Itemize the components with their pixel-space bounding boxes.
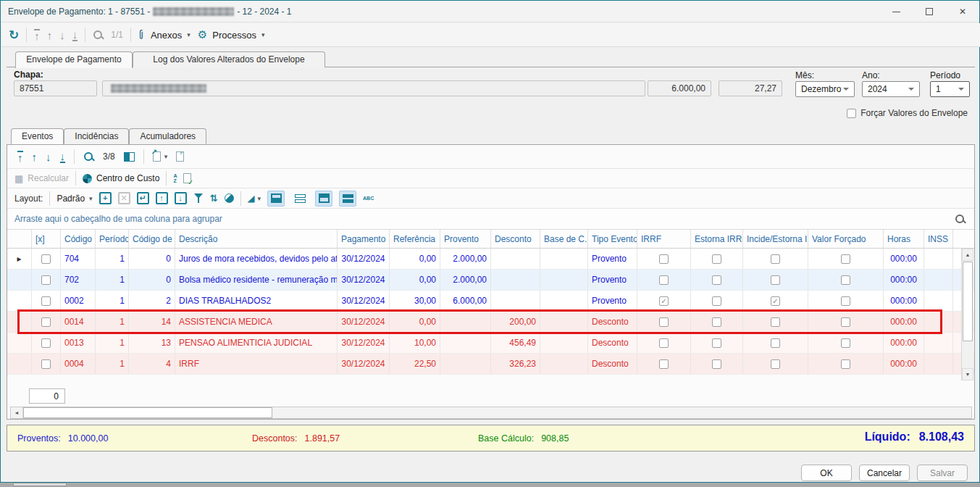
salary-field[interactable]: 6.000,00 <box>648 80 711 96</box>
employee-name-field[interactable] <box>102 80 645 96</box>
header-base_calc[interactable]: Base de C... <box>540 230 588 248</box>
view-toggle-split-outline[interactable] <box>291 191 309 207</box>
incide_estorna-checkbox[interactable] <box>771 317 780 327</box>
document-check-icon[interactable] <box>183 173 191 183</box>
close-button[interactable]: ✕ <box>946 1 979 22</box>
header-valor_forcado[interactable]: Valor Forçado <box>808 230 884 248</box>
check-checkbox[interactable] <box>41 317 51 327</box>
anexos-button[interactable]: Anexos ▾ <box>138 29 190 41</box>
incide_estorna-checkbox[interactable] <box>771 254 780 264</box>
scroll-left-button[interactable]: ◄ <box>11 407 23 418</box>
header-indicator[interactable] <box>7 230 32 248</box>
return-icon[interactable]: ↵ <box>137 192 149 204</box>
estorna_irrf-checkbox[interactable] <box>712 359 721 369</box>
processos-button[interactable]: ⚙ Processos ▾ <box>198 28 265 41</box>
irrf-checkbox[interactable] <box>659 254 669 264</box>
check-checkbox[interactable] <box>41 275 51 285</box>
valor_forcado-checkbox[interactable] <box>841 359 850 369</box>
tab-eventos[interactable]: Eventos <box>11 128 64 145</box>
group-by-bar[interactable]: Arraste aqui o cabeçalho de uma coluna p… <box>7 209 974 230</box>
header-incide_estorna[interactable]: Incide/Estorna IRRF <box>743 230 808 248</box>
table-row[interactable]: 000414IRRF30/12/202422,50326,23Desconto0… <box>7 354 974 375</box>
check-checkbox[interactable] <box>41 359 51 369</box>
tab-log-valores[interactable]: Log dos Valores Alterados do Envelope <box>133 51 325 67</box>
first-row-icon[interactable]: ↑ <box>17 151 23 163</box>
view-toggle-split-filled[interactable] <box>339 191 356 207</box>
column-chooser-icon[interactable] <box>124 152 135 162</box>
table-row[interactable]: 0013113PENSAO ALIMENTICIA JUDICIAL30/12/… <box>7 333 974 354</box>
salvar-button[interactable]: Salvar <box>917 465 968 481</box>
header-descricao[interactable]: Descrição <box>175 230 338 248</box>
ok-button[interactable]: OK <box>801 465 852 481</box>
check-checkbox[interactable] <box>41 296 51 306</box>
forcar-valores-checkbox[interactable] <box>847 109 856 118</box>
estorna_irrf-checkbox[interactable] <box>712 254 721 264</box>
valor_forcado-checkbox[interactable] <box>841 296 850 306</box>
header-codigo[interactable]: Código <box>61 230 96 248</box>
incide_estorna-checkbox[interactable] <box>771 275 780 285</box>
valor_forcado-checkbox[interactable] <box>841 338 850 348</box>
tab-incidencias[interactable]: Incidências <box>64 128 129 144</box>
grid-search-icon[interactable] <box>83 151 94 162</box>
centro-custo-button[interactable]: Centro de Custo <box>83 173 159 183</box>
last-row-icon[interactable]: ↓ <box>60 151 66 163</box>
estorna_irrf-checkbox[interactable] <box>712 317 721 327</box>
search-icon[interactable] <box>93 30 104 41</box>
prev-record-icon[interactable]: ↑ <box>47 30 53 41</box>
horizontal-scrollbar[interactable]: ◄ <box>10 407 972 419</box>
chevron-down-icon[interactable]: ▾ <box>258 195 261 202</box>
scroll-down-button[interactable]: ▼ <box>962 368 973 380</box>
vertical-scroll-thumb[interactable] <box>963 262 973 341</box>
header-tipo_evento[interactable]: Tipo Evento <box>588 230 637 248</box>
check-checkbox[interactable] <box>41 254 51 264</box>
irrf-checkbox[interactable] <box>659 359 669 369</box>
irrf-checkbox[interactable] <box>659 317 669 327</box>
mes-combobox[interactable]: Dezembro <box>795 81 855 97</box>
estorna_irrf-checkbox[interactable] <box>712 275 721 285</box>
incide_estorna-checkbox[interactable] <box>771 359 780 369</box>
header-periodo[interactable]: Período <box>96 230 129 248</box>
vertical-scrollbar[interactable]: ▲▼ <box>961 249 973 380</box>
view-toggle-top-pane[interactable] <box>315 191 332 207</box>
tab-envelope-pagamento[interactable]: Envelope de Pagamento <box>15 51 133 68</box>
refresh-icon[interactable]: ↻ <box>9 28 19 43</box>
pin-icon[interactable]: ⇅ <box>210 193 218 204</box>
valor_forcado-checkbox[interactable] <box>841 254 850 264</box>
minimize-button[interactable] <box>879 1 913 22</box>
cancelar-button[interactable]: Cancelar <box>859 465 910 481</box>
header-estorna_irrf[interactable]: Estorna IRRF <box>691 230 743 248</box>
header-irrf[interactable]: IRRF <box>637 230 691 248</box>
table-row[interactable]: 0014114ASSISTENCIA MEDICA30/12/20240,002… <box>7 312 974 333</box>
last-record-icon[interactable]: ↓ <box>72 29 78 41</box>
export-icon[interactable] <box>153 151 161 162</box>
header-check[interactable]: [x] <box>32 230 61 248</box>
table-row[interactable]: 70210Bolsa médico residente - remuneraçã… <box>7 270 974 291</box>
first-record-icon[interactable]: ↑ <box>34 29 40 41</box>
view-toggle-bottom-pane[interactable] <box>267 191 285 207</box>
next-record-icon[interactable]: ↓ <box>59 30 65 41</box>
table-row[interactable]: ▸70410Juros de mora recebidos, devidos p… <box>7 249 974 270</box>
add-row-icon[interactable]: + <box>99 192 112 204</box>
move-down-icon[interactable]: ↓ <box>175 192 187 204</box>
recalcular-button[interactable]: ▦ Recalcular <box>14 173 69 184</box>
sort-az-icon[interactable]: AZ <box>173 173 177 183</box>
estorna_irrf-checkbox[interactable] <box>712 296 721 306</box>
irrf-checkbox[interactable] <box>659 275 669 285</box>
grid-filter-search-icon[interactable] <box>955 214 966 225</box>
valor_forcado-checkbox[interactable] <box>841 317 850 327</box>
prev-row-icon[interactable]: ↑ <box>32 151 38 162</box>
chart-icon[interactable]: ◢ <box>248 193 255 203</box>
irrf-checkbox[interactable] <box>659 338 669 348</box>
move-up-icon[interactable]: ↑ <box>156 192 168 204</box>
irrf-checkbox[interactable]: ✓ <box>659 296 669 306</box>
valor_forcado-checkbox[interactable] <box>841 275 850 285</box>
header-provento[interactable]: Provento <box>440 230 491 248</box>
scroll-up-button[interactable]: ▲ <box>962 249 973 261</box>
header-referencia[interactable]: Referência <box>390 230 440 248</box>
shape-icon[interactable] <box>225 193 234 203</box>
incide_estorna-checkbox[interactable] <box>771 338 780 348</box>
layout-preset-dropdown[interactable]: Padrão▾ <box>56 193 92 204</box>
maximize-button[interactable] <box>913 1 946 22</box>
horizontal-scroll-thumb[interactable] <box>23 407 272 418</box>
ano-combobox[interactable]: 2024 <box>862 81 920 97</box>
